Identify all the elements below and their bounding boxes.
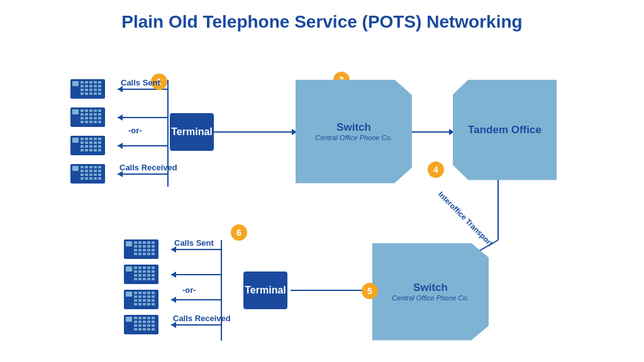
svg-rect-179 xyxy=(143,303,146,305)
svg-rect-123 xyxy=(134,245,137,248)
svg-rect-111 xyxy=(80,177,84,180)
svg-rect-36 xyxy=(85,85,88,87)
svg-rect-92 xyxy=(94,149,97,151)
svg-rect-67 xyxy=(80,121,84,123)
svg-rect-53 xyxy=(85,109,88,112)
svg-rect-58 xyxy=(85,113,88,116)
svg-rect-180 xyxy=(147,303,150,305)
svg-rect-146 xyxy=(138,270,142,273)
svg-rect-142 xyxy=(143,266,146,269)
svg-rect-159 xyxy=(152,278,155,280)
svg-rect-100 xyxy=(98,166,101,168)
svg-rect-169 xyxy=(143,295,146,298)
svg-rect-37 xyxy=(89,85,92,87)
svg-rect-38 xyxy=(94,85,97,87)
svg-rect-32 xyxy=(89,81,92,84)
svg-rect-35 xyxy=(80,85,84,87)
interoffice-label: Interoffice Transport xyxy=(436,190,494,248)
svg-rect-124 xyxy=(138,245,142,248)
svg-rect-166 xyxy=(152,292,155,294)
svg-rect-148 xyxy=(147,270,150,273)
svg-rect-104 xyxy=(94,170,97,172)
switch-top: Switch Central Office Phone Co. xyxy=(296,80,412,184)
svg-rect-99 xyxy=(94,166,97,168)
svg-rect-161 xyxy=(126,292,132,297)
svg-rect-52 xyxy=(80,109,84,112)
terminal-top-label: Terminal xyxy=(171,126,213,138)
svg-rect-40 xyxy=(80,89,84,91)
svg-rect-141 xyxy=(138,266,142,269)
phone-icon-1 xyxy=(70,78,105,102)
svg-rect-157 xyxy=(143,278,146,280)
svg-rect-191 xyxy=(143,321,146,323)
calls-sent-label-top: Calls Sent xyxy=(121,78,160,88)
svg-rect-183 xyxy=(126,317,132,322)
svg-rect-82 xyxy=(94,141,97,144)
svg-rect-71 xyxy=(98,121,101,123)
svg-rect-167 xyxy=(134,295,137,298)
svg-rect-33 xyxy=(94,81,97,84)
svg-rect-158 xyxy=(147,278,150,280)
svg-rect-120 xyxy=(143,241,146,244)
svg-rect-42 xyxy=(89,89,92,91)
svg-rect-47 xyxy=(89,92,92,95)
svg-rect-41 xyxy=(85,89,88,91)
calls-received-label-top: Calls Received xyxy=(119,163,177,173)
svg-rect-49 xyxy=(98,92,101,95)
svg-rect-62 xyxy=(80,117,84,119)
svg-rect-163 xyxy=(138,292,142,294)
svg-rect-188 xyxy=(152,317,155,319)
svg-rect-144 xyxy=(152,266,155,269)
calls-received-label-bottom: Calls Received xyxy=(173,314,231,324)
svg-rect-85 xyxy=(85,145,88,148)
svg-rect-156 xyxy=(138,278,142,280)
svg-rect-164 xyxy=(143,292,146,294)
svg-rect-117 xyxy=(126,241,132,246)
svg-rect-193 xyxy=(152,321,155,323)
svg-rect-70 xyxy=(94,121,97,123)
svg-rect-79 xyxy=(80,141,84,144)
svg-rect-29 xyxy=(72,81,79,86)
svg-rect-105 xyxy=(98,170,101,172)
svg-rect-155 xyxy=(134,278,137,280)
svg-rect-136 xyxy=(147,253,150,255)
terminal-bottom: Terminal xyxy=(243,272,287,309)
svg-rect-110 xyxy=(98,173,101,176)
svg-rect-121 xyxy=(147,241,150,244)
svg-rect-103 xyxy=(89,170,92,172)
svg-rect-89 xyxy=(80,149,84,151)
svg-rect-48 xyxy=(94,92,97,95)
svg-rect-39 xyxy=(98,85,101,87)
svg-rect-113 xyxy=(89,177,92,180)
svg-rect-80 xyxy=(85,141,88,144)
svg-rect-176 xyxy=(152,299,155,302)
svg-rect-115 xyxy=(98,177,101,180)
svg-marker-24 xyxy=(171,297,176,303)
svg-rect-152 xyxy=(143,274,146,277)
or-label-bottom: -or- xyxy=(182,285,196,295)
svg-rect-64 xyxy=(89,117,92,119)
or-label-top: -or- xyxy=(128,126,142,136)
svg-rect-199 xyxy=(134,328,137,331)
svg-rect-102 xyxy=(85,170,88,172)
svg-rect-81 xyxy=(89,141,92,144)
svg-marker-22 xyxy=(171,272,176,278)
badge-4: 4 xyxy=(428,162,444,178)
svg-rect-98 xyxy=(89,166,92,168)
svg-rect-95 xyxy=(72,166,79,171)
svg-rect-150 xyxy=(134,274,137,277)
svg-rect-154 xyxy=(152,274,155,277)
svg-rect-133 xyxy=(134,253,137,255)
svg-rect-175 xyxy=(147,299,150,302)
svg-rect-125 xyxy=(143,245,146,248)
svg-rect-97 xyxy=(85,166,88,168)
svg-rect-119 xyxy=(138,241,142,244)
svg-rect-30 xyxy=(80,81,84,84)
svg-rect-201 xyxy=(143,328,146,331)
svg-rect-44 xyxy=(98,89,101,91)
svg-rect-130 xyxy=(143,249,146,251)
switch-bottom: Switch Central Office Phone Co. xyxy=(372,243,489,341)
svg-rect-57 xyxy=(80,113,84,116)
switch-bottom-sub: Central Office Phone Co. xyxy=(392,294,469,302)
svg-rect-60 xyxy=(94,113,97,116)
